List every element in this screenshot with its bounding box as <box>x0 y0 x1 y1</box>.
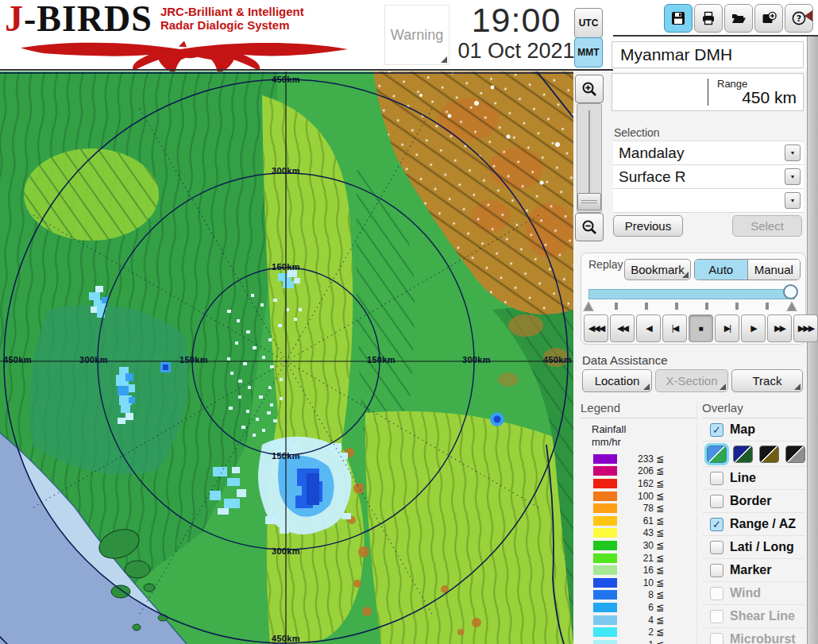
playback-button[interactable]: ▶▶ <box>767 314 792 342</box>
range-ring-label: 300km <box>79 355 108 364</box>
playback-glyph-icon: ■ <box>698 324 703 333</box>
legend-title: Legend <box>581 401 696 418</box>
range-ring-label: 450km <box>272 634 300 643</box>
playback-glyph-icon: ▶ <box>750 323 755 334</box>
legend-value: 2 <box>617 627 654 638</box>
playback-button[interactable]: ◀◀◀ <box>584 314 608 342</box>
overlay-item[interactable]: ✓ Marker <box>702 559 805 582</box>
dropdown-button[interactable]: ▼ <box>785 192 801 209</box>
dropdown-button[interactable]: ▼ <box>785 168 801 185</box>
manual-button[interactable]: Manual <box>748 260 801 280</box>
location-button[interactable]: Location <box>582 369 652 392</box>
overlay-checkbox[interactable]: ✓ <box>710 518 723 531</box>
corner-expand-icon <box>682 272 689 278</box>
less-equal-icon: ≦ <box>656 565 664 576</box>
overlay-checkbox[interactable]: ✓ <box>710 610 723 623</box>
zoom-out-icon <box>581 218 598 236</box>
selection-dropdown[interactable]: Surface R ▼ <box>613 165 804 189</box>
zoom-slider-handle[interactable] <box>577 193 601 210</box>
date-display: 01 Oct 2021 <box>449 38 584 64</box>
legend-value: 43 <box>617 527 654 538</box>
overlay-item[interactable]: ✓ Lati / Long <box>702 536 805 559</box>
playback-glyph-icon: ▶▶ <box>774 323 785 334</box>
less-equal-icon: ≦ <box>656 627 664 638</box>
overlay-checkbox[interactable]: ✓ <box>710 564 723 577</box>
zoom-out-button[interactable] <box>575 213 604 241</box>
playback-button[interactable]: ■ <box>689 314 713 342</box>
overlay-item-label: Marker <box>730 563 771 577</box>
overlay-checkbox[interactable]: ✓ <box>710 541 723 554</box>
replay-range-start-marker[interactable] <box>583 301 594 311</box>
less-equal-icon: ≦ <box>656 515 664 526</box>
auto-button[interactable]: Auto <box>695 260 748 280</box>
map-style-swatch[interactable] <box>785 445 805 463</box>
range-ring-label: 300km <box>462 355 491 364</box>
legend-color-swatch <box>593 640 617 644</box>
playback-glyph-icon: ◀ <box>646 323 650 334</box>
zoom-slider[interactable] <box>577 103 602 213</box>
print-button[interactable] <box>694 4 723 33</box>
range-box: Range 450 km <box>612 73 804 111</box>
overlay-item[interactable]: ✓ Border <box>702 490 805 513</box>
xsection-button[interactable]: X-Section <box>655 369 728 392</box>
overlay-item[interactable]: ✓ Shear Line <box>702 605 805 628</box>
overlay-checkbox[interactable]: ✓ <box>710 587 723 600</box>
range-value: 450 km <box>742 88 797 107</box>
overlay-item-map[interactable]: ✓ Map <box>702 418 805 442</box>
add-image-icon <box>761 10 777 26</box>
zoom-slider-groove <box>588 110 590 204</box>
overlay-checkbox[interactable]: ✓ <box>710 633 723 644</box>
map-style-selector <box>702 442 805 467</box>
dropdown-button[interactable]: ▼ <box>785 145 801 161</box>
overlay-item[interactable]: ✓ Microburst <box>702 628 805 644</box>
overlay-item-label: Map <box>730 422 755 437</box>
overlay-checkbox[interactable]: ✓ <box>710 495 723 508</box>
selection-value: Mandalay <box>613 145 785 162</box>
playback-button[interactable]: ▶| <box>715 314 739 342</box>
legend-color-swatch <box>593 578 617 588</box>
playback-button[interactable]: |◀ <box>662 314 687 342</box>
collapse-panel-icon[interactable] <box>804 10 812 21</box>
add-image-button[interactable] <box>754 4 783 33</box>
track-button[interactable]: Track <box>731 369 803 392</box>
map-style-swatch[interactable] <box>707 445 727 463</box>
overlay-item[interactable]: ✓ Range / AZ <box>702 513 805 536</box>
less-equal-icon: ≦ <box>656 527 664 538</box>
legend-value: 6 <box>617 602 654 613</box>
playback-glyph-icon: |◀ <box>672 323 677 334</box>
overlay-item-label: Lati / Long <box>730 540 794 554</box>
previous-button[interactable]: Previous <box>613 215 683 237</box>
radar-map-display[interactable]: 450km300km150km150km300km450km 450km300k… <box>0 71 573 644</box>
replay-progress-handle[interactable] <box>783 284 798 299</box>
utc-button[interactable]: UTC <box>574 8 603 38</box>
replay-range-end-marker[interactable] <box>786 301 797 311</box>
mmt-button[interactable]: MMT <box>574 37 603 67</box>
warning-button[interactable]: Warning <box>384 5 450 65</box>
playback-button[interactable]: ◀◀ <box>610 314 635 342</box>
range-ring-label: 150km <box>272 262 300 272</box>
playback-button[interactable]: ▶▶▶ <box>793 314 818 342</box>
open-file-button[interactable] <box>724 4 753 33</box>
overlay-item-label: Line <box>730 471 756 485</box>
replay-progress-track[interactable] <box>588 289 795 299</box>
overlay-item[interactable]: ✓ Wind <box>702 582 805 605</box>
select-button[interactable]: Select <box>732 215 802 237</box>
selection-dropdown[interactable]: ▼ <box>613 189 804 213</box>
save-button[interactable] <box>664 4 693 33</box>
playback-button[interactable]: ▶ <box>741 314 766 342</box>
overlay-checkbox[interactable]: ✓ <box>710 472 723 485</box>
playback-button[interactable]: ◀ <box>636 314 661 342</box>
overlay-panel: Overlay ✓ Map ✓ Line <box>702 401 805 644</box>
overlay-item[interactable]: ✓ Line <box>702 467 805 490</box>
less-equal-icon: ≦ <box>656 540 664 551</box>
data-assistance-label: Data Assistance <box>582 353 668 367</box>
map-style-swatch[interactable] <box>733 445 753 463</box>
legend-row: 206 ≦ <box>593 465 696 478</box>
playback-glyph-icon: ◀◀ <box>617 323 627 334</box>
selection-dropdown[interactable]: Mandalay ▼ <box>613 141 804 165</box>
zoom-in-button[interactable] <box>575 75 604 103</box>
map-style-swatch[interactable] <box>759 445 779 463</box>
legend-color-swatch <box>593 541 617 550</box>
bookmark-button[interactable]: Bookmark <box>624 259 691 280</box>
map-checkbox[interactable]: ✓ <box>710 423 723 437</box>
